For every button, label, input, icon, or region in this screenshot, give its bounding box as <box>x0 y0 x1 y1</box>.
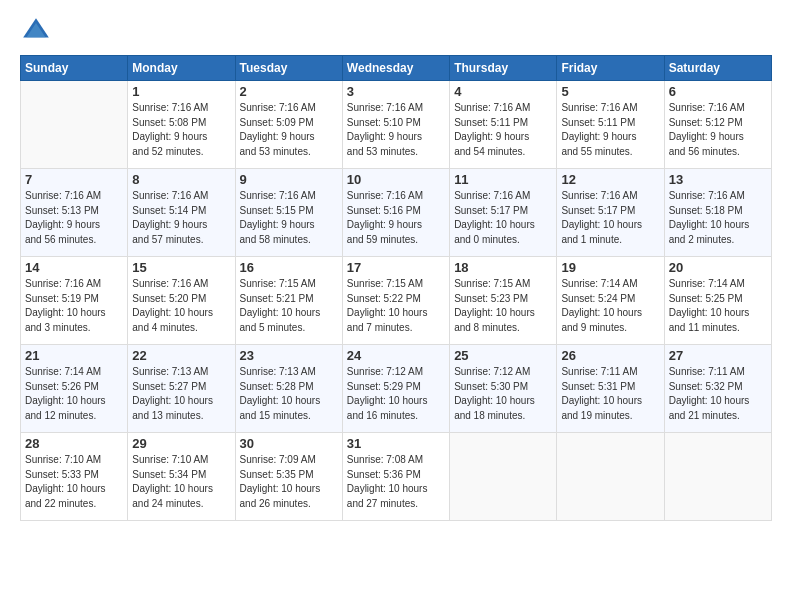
cal-cell: 6Sunrise: 7:16 AM Sunset: 5:12 PM Daylig… <box>664 81 771 169</box>
day-number: 16 <box>240 260 338 275</box>
col-header-saturday: Saturday <box>664 56 771 81</box>
cal-cell: 13Sunrise: 7:16 AM Sunset: 5:18 PM Dayli… <box>664 169 771 257</box>
day-number: 10 <box>347 172 445 187</box>
cal-cell <box>557 433 664 521</box>
cell-info: Sunrise: 7:12 AM Sunset: 5:29 PM Dayligh… <box>347 365 445 423</box>
day-number: 5 <box>561 84 659 99</box>
cal-cell: 21Sunrise: 7:14 AM Sunset: 5:26 PM Dayli… <box>21 345 128 433</box>
week-row-5: 28Sunrise: 7:10 AM Sunset: 5:33 PM Dayli… <box>21 433 772 521</box>
cell-info: Sunrise: 7:16 AM Sunset: 5:17 PM Dayligh… <box>561 189 659 247</box>
cell-info: Sunrise: 7:08 AM Sunset: 5:36 PM Dayligh… <box>347 453 445 511</box>
calendar-table: SundayMondayTuesdayWednesdayThursdayFrid… <box>20 55 772 521</box>
cell-info: Sunrise: 7:16 AM Sunset: 5:16 PM Dayligh… <box>347 189 445 247</box>
day-number: 31 <box>347 436 445 451</box>
cal-cell: 25Sunrise: 7:12 AM Sunset: 5:30 PM Dayli… <box>450 345 557 433</box>
cal-cell: 17Sunrise: 7:15 AM Sunset: 5:22 PM Dayli… <box>342 257 449 345</box>
cal-cell: 18Sunrise: 7:15 AM Sunset: 5:23 PM Dayli… <box>450 257 557 345</box>
cell-info: Sunrise: 7:10 AM Sunset: 5:34 PM Dayligh… <box>132 453 230 511</box>
day-number: 15 <box>132 260 230 275</box>
cal-cell: 23Sunrise: 7:13 AM Sunset: 5:28 PM Dayli… <box>235 345 342 433</box>
day-number: 20 <box>669 260 767 275</box>
cal-cell <box>664 433 771 521</box>
cal-cell <box>21 81 128 169</box>
cal-cell: 31Sunrise: 7:08 AM Sunset: 5:36 PM Dayli… <box>342 433 449 521</box>
cal-cell: 16Sunrise: 7:15 AM Sunset: 5:21 PM Dayli… <box>235 257 342 345</box>
cal-cell: 28Sunrise: 7:10 AM Sunset: 5:33 PM Dayli… <box>21 433 128 521</box>
day-number: 25 <box>454 348 552 363</box>
cell-info: Sunrise: 7:11 AM Sunset: 5:31 PM Dayligh… <box>561 365 659 423</box>
cal-cell: 2Sunrise: 7:16 AM Sunset: 5:09 PM Daylig… <box>235 81 342 169</box>
day-number: 19 <box>561 260 659 275</box>
cal-cell: 7Sunrise: 7:16 AM Sunset: 5:13 PM Daylig… <box>21 169 128 257</box>
cell-info: Sunrise: 7:16 AM Sunset: 5:15 PM Dayligh… <box>240 189 338 247</box>
day-number: 4 <box>454 84 552 99</box>
day-number: 29 <box>132 436 230 451</box>
cell-info: Sunrise: 7:14 AM Sunset: 5:26 PM Dayligh… <box>25 365 123 423</box>
cal-cell: 15Sunrise: 7:16 AM Sunset: 5:20 PM Dayli… <box>128 257 235 345</box>
day-number: 24 <box>347 348 445 363</box>
cell-info: Sunrise: 7:14 AM Sunset: 5:25 PM Dayligh… <box>669 277 767 335</box>
page: SundayMondayTuesdayWednesdayThursdayFrid… <box>0 0 792 612</box>
day-number: 6 <box>669 84 767 99</box>
cal-cell <box>450 433 557 521</box>
cell-info: Sunrise: 7:12 AM Sunset: 5:30 PM Dayligh… <box>454 365 552 423</box>
cell-info: Sunrise: 7:13 AM Sunset: 5:27 PM Dayligh… <box>132 365 230 423</box>
day-number: 2 <box>240 84 338 99</box>
col-header-wednesday: Wednesday <box>342 56 449 81</box>
cell-info: Sunrise: 7:16 AM Sunset: 5:18 PM Dayligh… <box>669 189 767 247</box>
cal-cell: 26Sunrise: 7:11 AM Sunset: 5:31 PM Dayli… <box>557 345 664 433</box>
cell-info: Sunrise: 7:15 AM Sunset: 5:23 PM Dayligh… <box>454 277 552 335</box>
week-row-2: 7Sunrise: 7:16 AM Sunset: 5:13 PM Daylig… <box>21 169 772 257</box>
cell-info: Sunrise: 7:09 AM Sunset: 5:35 PM Dayligh… <box>240 453 338 511</box>
cell-info: Sunrise: 7:16 AM Sunset: 5:14 PM Dayligh… <box>132 189 230 247</box>
day-number: 1 <box>132 84 230 99</box>
cal-cell: 5Sunrise: 7:16 AM Sunset: 5:11 PM Daylig… <box>557 81 664 169</box>
col-header-tuesday: Tuesday <box>235 56 342 81</box>
cell-info: Sunrise: 7:16 AM Sunset: 5:13 PM Dayligh… <box>25 189 123 247</box>
cell-info: Sunrise: 7:16 AM Sunset: 5:20 PM Dayligh… <box>132 277 230 335</box>
day-number: 13 <box>669 172 767 187</box>
week-row-3: 14Sunrise: 7:16 AM Sunset: 5:19 PM Dayli… <box>21 257 772 345</box>
cal-cell: 8Sunrise: 7:16 AM Sunset: 5:14 PM Daylig… <box>128 169 235 257</box>
day-number: 12 <box>561 172 659 187</box>
day-number: 30 <box>240 436 338 451</box>
cal-cell: 4Sunrise: 7:16 AM Sunset: 5:11 PM Daylig… <box>450 81 557 169</box>
cell-info: Sunrise: 7:14 AM Sunset: 5:24 PM Dayligh… <box>561 277 659 335</box>
cell-info: Sunrise: 7:16 AM Sunset: 5:17 PM Dayligh… <box>454 189 552 247</box>
cell-info: Sunrise: 7:11 AM Sunset: 5:32 PM Dayligh… <box>669 365 767 423</box>
day-number: 9 <box>240 172 338 187</box>
day-number: 7 <box>25 172 123 187</box>
day-number: 8 <box>132 172 230 187</box>
col-header-monday: Monday <box>128 56 235 81</box>
cell-info: Sunrise: 7:10 AM Sunset: 5:33 PM Dayligh… <box>25 453 123 511</box>
day-number: 17 <box>347 260 445 275</box>
day-number: 27 <box>669 348 767 363</box>
logo-icon <box>20 15 52 47</box>
cal-cell: 3Sunrise: 7:16 AM Sunset: 5:10 PM Daylig… <box>342 81 449 169</box>
cal-cell: 30Sunrise: 7:09 AM Sunset: 5:35 PM Dayli… <box>235 433 342 521</box>
day-number: 14 <box>25 260 123 275</box>
week-row-1: 1Sunrise: 7:16 AM Sunset: 5:08 PM Daylig… <box>21 81 772 169</box>
cal-cell: 14Sunrise: 7:16 AM Sunset: 5:19 PM Dayli… <box>21 257 128 345</box>
cal-cell: 19Sunrise: 7:14 AM Sunset: 5:24 PM Dayli… <box>557 257 664 345</box>
cal-cell: 27Sunrise: 7:11 AM Sunset: 5:32 PM Dayli… <box>664 345 771 433</box>
cell-info: Sunrise: 7:15 AM Sunset: 5:22 PM Dayligh… <box>347 277 445 335</box>
col-header-sunday: Sunday <box>21 56 128 81</box>
day-number: 26 <box>561 348 659 363</box>
cell-info: Sunrise: 7:13 AM Sunset: 5:28 PM Dayligh… <box>240 365 338 423</box>
cal-cell: 24Sunrise: 7:12 AM Sunset: 5:29 PM Dayli… <box>342 345 449 433</box>
cal-cell: 20Sunrise: 7:14 AM Sunset: 5:25 PM Dayli… <box>664 257 771 345</box>
day-number: 11 <box>454 172 552 187</box>
cell-info: Sunrise: 7:16 AM Sunset: 5:19 PM Dayligh… <box>25 277 123 335</box>
cal-cell: 10Sunrise: 7:16 AM Sunset: 5:16 PM Dayli… <box>342 169 449 257</box>
logo <box>20 15 56 47</box>
cell-info: Sunrise: 7:16 AM Sunset: 5:10 PM Dayligh… <box>347 101 445 159</box>
day-number: 23 <box>240 348 338 363</box>
day-number: 21 <box>25 348 123 363</box>
col-header-thursday: Thursday <box>450 56 557 81</box>
week-row-4: 21Sunrise: 7:14 AM Sunset: 5:26 PM Dayli… <box>21 345 772 433</box>
cal-cell: 9Sunrise: 7:16 AM Sunset: 5:15 PM Daylig… <box>235 169 342 257</box>
col-header-friday: Friday <box>557 56 664 81</box>
day-number: 28 <box>25 436 123 451</box>
cal-cell: 29Sunrise: 7:10 AM Sunset: 5:34 PM Dayli… <box>128 433 235 521</box>
